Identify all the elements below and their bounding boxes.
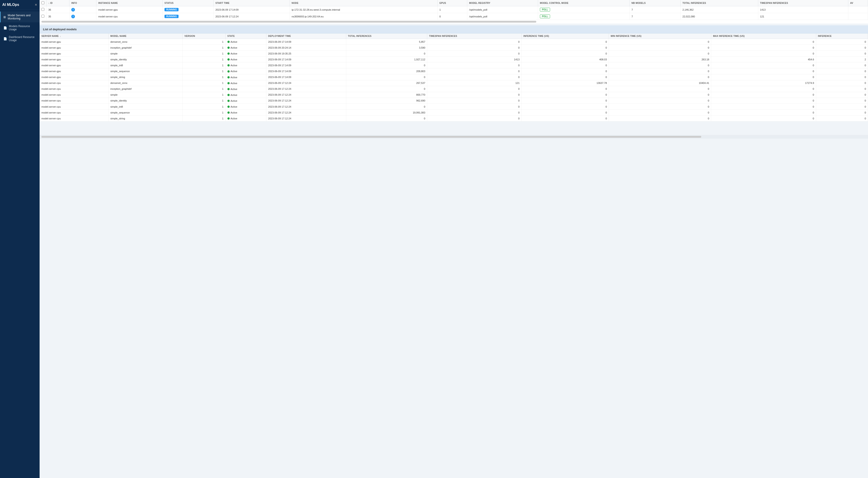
- dcol-version: VERSION: [182, 33, 225, 39]
- sort-icon: ↓: [60, 35, 61, 37]
- deployed-table-row: model-server-cpu simple_identity 1 Activ…: [40, 98, 868, 104]
- sidebar-icon-dashboard-resource: 📄: [3, 37, 7, 40]
- drow-inference: 0: [816, 104, 868, 110]
- drow-inference-time: 0: [522, 74, 609, 80]
- drow-state: Active: [225, 110, 266, 115]
- drow-inference: 0: [816, 68, 868, 74]
- drow-inference: 0: [816, 62, 868, 68]
- sidebar-item-models-resource[interactable]: 📄 Models Resource Usage: [0, 22, 40, 33]
- drow-model-name: simple_string: [108, 74, 182, 80]
- deployed-table-row: model-server-gpu simple_int8 1 Active 20…: [40, 62, 868, 68]
- state-dot: [227, 70, 230, 73]
- drow-max-inference-time: 0: [711, 74, 816, 80]
- drow-min-inference-time: 0: [609, 50, 711, 57]
- drow-version: 1: [182, 62, 225, 68]
- h-scrollbar[interactable]: [41, 21, 536, 23]
- info-icon[interactable]: i: [71, 8, 75, 11]
- dcol-model-name: MODEL NAME: [108, 33, 182, 39]
- drow-version: 1: [182, 86, 225, 92]
- deployed-table-row: model-server-cpu simple_int8 1 Active 20…: [40, 104, 868, 110]
- drow-inference: 0: [816, 86, 868, 92]
- state-dot: [227, 41, 230, 43]
- drow-state: Active: [225, 50, 266, 57]
- state-text: Active: [230, 94, 237, 96]
- drow-state: Active: [225, 39, 266, 45]
- row-node: ip-172-31-32-28.eu-west-3.compute.intern…: [290, 6, 437, 13]
- drow-deployment-time: 2023-06-09 17:14:09: [266, 74, 346, 80]
- row-checkbox-cell: [40, 13, 46, 20]
- state-dot: [227, 88, 230, 90]
- col-timespan-inferences: TIMESPAN INFERENCES: [758, 0, 848, 6]
- drow-state: Active: [225, 98, 266, 104]
- sidebar: AI MLOps ✕ ⊞ Model Servers and Monitorin…: [0, 0, 40, 478]
- row-av: [848, 13, 868, 20]
- drow-min-inference-time: 0: [609, 115, 711, 122]
- sidebar-item-dashboard-resource[interactable]: 📄 Dashboard Resource Usage: [0, 33, 40, 44]
- server-table-row: 36 i model-server-gpu RUNNING 2023-06-09…: [40, 6, 868, 13]
- drow-max-inference-time: 0: [711, 45, 816, 50]
- drow-deployment-time: 2023-06-09 17:14:09: [266, 62, 346, 68]
- deployed-table-row: model-server-gpu simple 1 Active 2023-06…: [40, 50, 868, 57]
- deployed-table-row: model-server-cpu densenet_onnx 1 Active …: [40, 80, 868, 86]
- drow-server-name: model-server-cpu: [40, 115, 108, 122]
- drow-timespan-inferences: 0: [427, 110, 522, 115]
- select-all-checkbox[interactable]: [41, 1, 44, 4]
- drow-max-inference-time: 0: [711, 104, 816, 110]
- row-checkbox-1[interactable]: [41, 15, 44, 18]
- drow-inference-time: 0: [522, 92, 609, 98]
- drow-inference: 2: [816, 57, 868, 62]
- drow-version: 1: [182, 80, 225, 86]
- drow-version: 1: [182, 45, 225, 50]
- drow-state: Active: [225, 62, 266, 68]
- drow-server-name: model-server-gpu: [40, 74, 108, 80]
- drow-min-inference-time: 0: [609, 98, 711, 104]
- close-icon[interactable]: ✕: [35, 3, 37, 6]
- drow-max-inference-time: 0: [711, 92, 816, 98]
- drow-inference: 0: [816, 92, 868, 98]
- state-dot: [227, 106, 230, 108]
- info-icon[interactable]: i: [71, 15, 75, 18]
- drow-version: 1: [182, 115, 225, 122]
- drow-inference: 0: [816, 74, 868, 80]
- drow-min-inference-time: 0: [609, 68, 711, 74]
- drow-server-name: model-server-gpu: [40, 50, 108, 57]
- sidebar-label-dashboard-resource: Dashboard Resource Usage: [9, 35, 37, 42]
- sidebar-item-model-servers[interactable]: ⊞ Model Servers and Monitoring: [0, 11, 40, 22]
- state-text: Active: [230, 64, 237, 67]
- row-model-control-mode: POLL: [538, 6, 630, 13]
- row-gpus: 0: [437, 13, 467, 20]
- drow-inference-time: 0: [522, 62, 609, 68]
- deployed-table-row: model-server-cpu simple_string 1 Active …: [40, 115, 868, 122]
- state-text: Active: [230, 52, 237, 55]
- drow-state: Active: [225, 68, 266, 74]
- drow-inference-time: 0: [522, 39, 609, 45]
- row-instance-name: model-server-gpu: [96, 6, 163, 13]
- drow-inference: 0: [816, 50, 868, 57]
- state-text: Active: [230, 88, 237, 91]
- col-id: ↓ ID: [46, 0, 69, 6]
- drow-total-inferences: 1,927,112: [346, 57, 427, 62]
- h-scroll-area: [40, 20, 868, 24]
- deployed-table-wrap: SERVER NAME ↓ MODEL NAME VERSION STATE D…: [40, 33, 868, 122]
- sidebar-label-model-servers: Model Servers and Monitoring: [8, 14, 37, 20]
- bottom-scrollbar[interactable]: [41, 136, 701, 138]
- drow-inference-time: 408.03: [522, 57, 609, 62]
- row-checkbox-0[interactable]: [41, 8, 44, 11]
- drow-min-inference-time: 0: [609, 104, 711, 110]
- row-node: ns3006693.ip-149-202-64.eu: [290, 13, 437, 20]
- drow-max-inference-time: 0: [711, 62, 816, 68]
- row-gpus: 1: [437, 6, 467, 13]
- drow-timespan-inferences: 0: [427, 115, 522, 122]
- row-info: i: [69, 6, 96, 13]
- dcol-inference: INFERENCE: [816, 33, 868, 39]
- row-status: RUNNING: [162, 13, 213, 20]
- drow-inference-time: 0: [522, 86, 609, 92]
- sidebar-icon-models-resource: 📄: [3, 26, 7, 30]
- drow-inference-time: 0: [522, 68, 609, 74]
- drow-inference: 0: [816, 39, 868, 45]
- drow-version: 1: [182, 104, 225, 110]
- deployed-table-row: model-server-cpu inception_graphdef 1 Ac…: [40, 86, 868, 92]
- drow-model-name: inception_graphdef: [108, 45, 182, 50]
- drow-max-inference-time: 17274.9: [711, 80, 816, 86]
- drow-model-name: simple_identity: [108, 57, 182, 62]
